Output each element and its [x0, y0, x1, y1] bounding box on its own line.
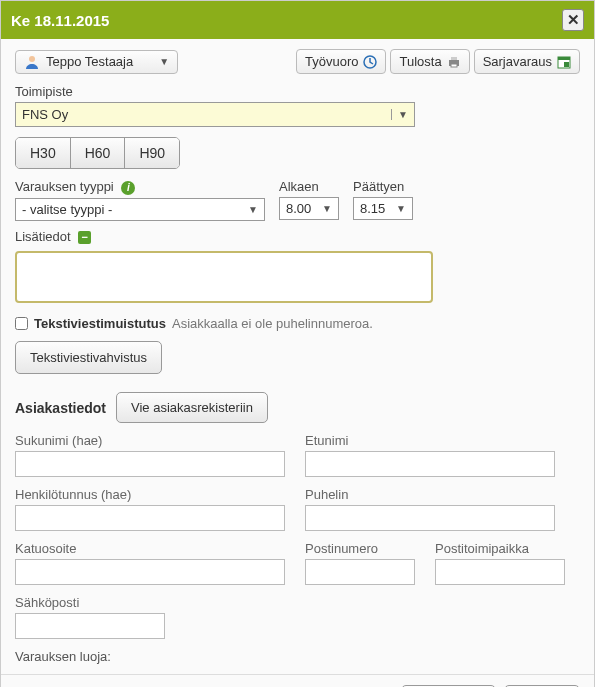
- booking-type-value: - valitse tyyppi -: [22, 202, 112, 217]
- svg-rect-6: [558, 57, 570, 60]
- customer-heading: Asiakastiedot: [15, 400, 106, 416]
- svg-rect-7: [564, 62, 569, 67]
- firstname-input[interactable]: [305, 451, 555, 477]
- dialog-title: Ke 18.11.2015: [11, 12, 109, 29]
- chevron-down-icon: ▼: [159, 56, 169, 67]
- person-name: Teppo Testaaja: [46, 54, 153, 69]
- street-label: Katuosoite: [15, 541, 285, 556]
- start-time-value: 8.00: [286, 201, 311, 216]
- end-time-value: 8.15: [360, 201, 385, 216]
- svg-point-0: [29, 56, 35, 62]
- email-label: Sähköposti: [15, 595, 165, 610]
- ssn-input[interactable]: [15, 505, 285, 531]
- city-input[interactable]: [435, 559, 565, 585]
- shift-button[interactable]: Työvuoro: [296, 49, 386, 74]
- person-select[interactable]: Teppo Testaaja ▼: [15, 50, 178, 74]
- toimipiste-value: FNS Oy: [22, 107, 68, 122]
- svg-rect-4: [451, 64, 457, 67]
- lastname-label: Sukunimi (hae): [15, 433, 285, 448]
- postcode-label: Postinumero: [305, 541, 415, 556]
- firstname-label: Etunimi: [305, 433, 555, 448]
- booking-creator: Varauksen luoja:: [15, 649, 580, 664]
- ssn-label: Henkilötunnus (hae): [15, 487, 285, 502]
- duration-h60[interactable]: H60: [71, 138, 126, 168]
- series-booking-label: Sarjavaraus: [483, 54, 552, 69]
- sms-confirm-button[interactable]: Tekstiviestivahvistus: [15, 341, 162, 374]
- person-icon: [24, 54, 40, 70]
- chevron-down-icon: ▼: [396, 203, 406, 214]
- booking-type-label: Varauksen tyyppi i: [15, 179, 265, 195]
- email-input[interactable]: [15, 613, 165, 639]
- toimipiste-select[interactable]: FNS Oy ▼: [15, 102, 415, 127]
- booking-dialog: Ke 18.11.2015 ✕ Teppo Testaaja ▼ Työvuor…: [0, 0, 595, 687]
- chevron-down-icon: ▼: [248, 204, 258, 215]
- minus-icon[interactable]: −: [78, 231, 91, 244]
- close-icon: ✕: [567, 11, 580, 29]
- phone-input[interactable]: [305, 505, 555, 531]
- svg-rect-3: [451, 57, 457, 60]
- chevron-down-icon: ▼: [391, 109, 408, 120]
- title-bar: Ke 18.11.2015 ✕: [1, 1, 594, 39]
- export-customer-button[interactable]: Vie asiakasrekisteriin: [116, 392, 268, 423]
- duration-h30[interactable]: H30: [16, 138, 71, 168]
- city-label: Postitoimipaikka: [435, 541, 565, 556]
- notes-textarea[interactable]: [15, 251, 433, 303]
- phone-label: Puhelin: [305, 487, 555, 502]
- series-booking-button[interactable]: Sarjavaraus: [474, 49, 580, 74]
- street-input[interactable]: [15, 559, 285, 585]
- chevron-down-icon: ▼: [322, 203, 332, 214]
- postcode-input[interactable]: [305, 559, 415, 585]
- duration-h90[interactable]: H90: [125, 138, 179, 168]
- start-label: Alkaen: [279, 179, 339, 194]
- duration-segments: H30 H60 H90: [15, 137, 180, 169]
- notes-label: Lisätiedot −: [15, 229, 580, 244]
- sms-reminder-note: Asiakkaalla ei ole puhelinnumeroa.: [172, 316, 373, 331]
- start-time-select[interactable]: 8.00 ▼: [279, 197, 339, 220]
- dialog-footer: ✔ Tallenna ✖ Sulje: [1, 674, 594, 687]
- booking-type-select[interactable]: - valitse tyyppi - ▼: [15, 198, 265, 221]
- print-button[interactable]: Tulosta: [390, 49, 469, 74]
- close-button[interactable]: ✕: [562, 9, 584, 31]
- calendar-icon: [557, 55, 571, 69]
- printer-icon: [447, 55, 461, 69]
- toimipiste-label: Toimipiste: [15, 84, 580, 99]
- clock-icon: [363, 55, 377, 69]
- end-time-select[interactable]: 8.15 ▼: [353, 197, 413, 220]
- sms-reminder-label: Tekstiviestimuistutus: [34, 316, 166, 331]
- shift-label: Työvuoro: [305, 54, 358, 69]
- lastname-input[interactable]: [15, 451, 285, 477]
- info-icon[interactable]: i: [121, 181, 135, 195]
- dialog-content: Teppo Testaaja ▼ Työvuoro Tulosta Sarjav…: [1, 39, 594, 674]
- end-label: Päättyen: [353, 179, 413, 194]
- sms-reminder-checkbox[interactable]: [15, 317, 28, 330]
- print-label: Tulosta: [399, 54, 441, 69]
